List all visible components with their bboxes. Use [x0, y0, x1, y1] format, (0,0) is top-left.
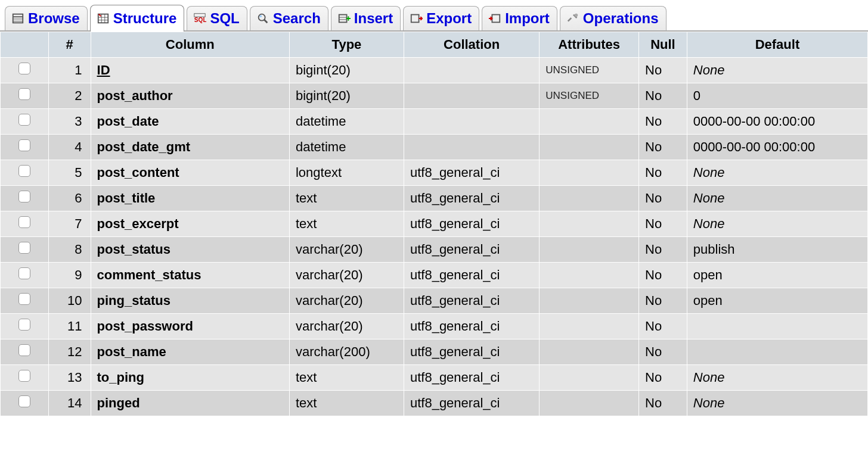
- column-type: text: [289, 365, 404, 391]
- tab-search[interactable]: Search: [250, 6, 328, 30]
- row-checkbox[interactable]: [18, 267, 30, 279]
- column-null: No: [639, 263, 687, 288]
- column-name[interactable]: to_ping: [91, 365, 289, 391]
- column-type: text: [289, 391, 404, 416]
- header-null: Null: [639, 32, 687, 58]
- column-attributes: [540, 391, 639, 416]
- column-name[interactable]: ping_status: [91, 288, 289, 314]
- column-type: varchar(20): [289, 263, 404, 288]
- column-name[interactable]: post_author: [91, 83, 289, 109]
- column-default: open: [687, 263, 867, 288]
- row-checkbox[interactable]: [18, 242, 30, 254]
- column-name[interactable]: post_excerpt: [91, 211, 289, 237]
- table-row: 13to_pingtextutf8_general_ciNoNone: [1, 365, 868, 391]
- column-null: No: [639, 186, 687, 211]
- column-attributes: UNSIGNED: [540, 58, 639, 83]
- column-name[interactable]: post_status: [91, 237, 289, 263]
- column-name[interactable]: comment_status: [91, 263, 289, 288]
- column-type: bigint(20): [289, 58, 404, 83]
- browse-icon: [11, 12, 24, 25]
- header-default: Default: [687, 32, 867, 58]
- column-name[interactable]: ID: [91, 58, 289, 83]
- tab-operations[interactable]: Operations: [560, 6, 666, 30]
- column-null: No: [639, 160, 687, 186]
- tab-structure[interactable]: Structure: [90, 5, 185, 32]
- tab-insert[interactable]: Insert: [331, 6, 401, 30]
- tab-import[interactable]: Import: [482, 6, 557, 30]
- table-row: 1IDbigint(20)UNSIGNEDNoNone: [1, 58, 868, 83]
- row-checkbox-cell: [1, 135, 49, 160]
- column-name[interactable]: post_content: [91, 160, 289, 186]
- row-checkbox[interactable]: [18, 88, 30, 100]
- row-checkbox-cell: [1, 109, 49, 135]
- table-row: 8post_statusvarchar(20)utf8_general_ciNo…: [1, 237, 868, 263]
- column-collation: utf8_general_ci: [404, 160, 539, 186]
- row-number: 9: [48, 263, 91, 288]
- row-checkbox[interactable]: [18, 191, 30, 202]
- row-checkbox-cell: [1, 186, 49, 211]
- column-type: datetime: [289, 109, 404, 135]
- tab-label: Import: [505, 10, 550, 27]
- row-checkbox[interactable]: [18, 165, 30, 177]
- row-checkbox[interactable]: [18, 344, 30, 356]
- column-null: No: [639, 314, 687, 339]
- table-row: 4post_date_gmtdatetimeNo0000-00-00 00:00…: [1, 135, 868, 160]
- column-collation: utf8_general_ci: [404, 365, 539, 391]
- row-checkbox[interactable]: [18, 293, 30, 305]
- column-type: varchar(20): [289, 314, 404, 339]
- export-icon: [410, 12, 423, 25]
- svg-text:SQL: SQL: [194, 17, 206, 23]
- row-number: 8: [48, 237, 91, 263]
- table-row: 7post_excerpttextutf8_general_ciNoNone: [1, 211, 868, 237]
- tab-browse[interactable]: Browse: [5, 6, 88, 30]
- tab-label: Search: [273, 10, 321, 27]
- header-checkbox: [1, 32, 49, 58]
- column-attributes: [540, 288, 639, 314]
- column-null: No: [639, 58, 687, 83]
- search-icon: [256, 12, 269, 25]
- row-checkbox-cell: [1, 391, 49, 416]
- column-name[interactable]: pinged: [91, 391, 289, 416]
- row-checkbox[interactable]: [18, 114, 30, 126]
- column-null: No: [639, 365, 687, 391]
- column-name[interactable]: post_password: [91, 314, 289, 339]
- column-collation: utf8_general_ci: [404, 186, 539, 211]
- column-name[interactable]: post_title: [91, 186, 289, 211]
- column-default: None: [687, 186, 867, 211]
- column-collation: [404, 58, 539, 83]
- column-default: open: [687, 288, 867, 314]
- column-name[interactable]: post_date_gmt: [91, 135, 289, 160]
- row-checkbox-cell: [1, 211, 49, 237]
- column-null: No: [639, 211, 687, 237]
- column-collation: utf8_general_ci: [404, 314, 539, 339]
- column-collation: utf8_general_ci: [404, 288, 539, 314]
- header-collation: Collation: [404, 32, 539, 58]
- svg-line-12: [264, 20, 268, 23]
- column-collation: utf8_general_ci: [404, 237, 539, 263]
- tab-bar: BrowseStructureSQLSQLSearchInsertExportI…: [0, 0, 868, 32]
- row-checkbox[interactable]: [18, 370, 30, 382]
- import-icon: [488, 12, 501, 25]
- tab-export[interactable]: Export: [403, 6, 479, 30]
- column-default: [687, 339, 867, 365]
- column-default: None: [687, 391, 867, 416]
- column-attributes: [540, 109, 639, 135]
- column-type: varchar(20): [289, 237, 404, 263]
- row-checkbox[interactable]: [18, 395, 30, 407]
- tab-sql[interactable]: SQLSQL: [187, 6, 247, 30]
- row-checkbox[interactable]: [18, 319, 30, 331]
- table-row: 6post_titletextutf8_general_ciNoNone: [1, 186, 868, 211]
- column-name[interactable]: post_date: [91, 109, 289, 135]
- sql-icon: SQL: [193, 12, 206, 25]
- column-null: No: [639, 288, 687, 314]
- column-name[interactable]: post_name: [91, 339, 289, 365]
- row-checkbox[interactable]: [18, 63, 30, 74]
- row-number: 10: [48, 288, 91, 314]
- tab-label: Export: [426, 10, 472, 27]
- column-default: publish: [687, 237, 867, 263]
- row-checkbox[interactable]: [18, 139, 30, 151]
- row-checkbox[interactable]: [18, 216, 30, 228]
- structure-icon: [97, 12, 110, 25]
- row-checkbox-cell: [1, 263, 49, 288]
- column-default: None: [687, 58, 867, 83]
